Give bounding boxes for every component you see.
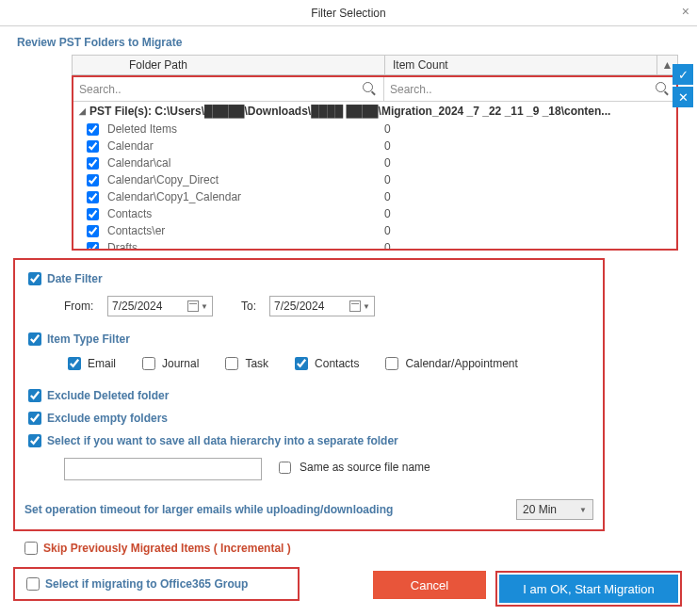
from-label: From: — [64, 300, 107, 313]
type-email[interactable]: Email — [64, 354, 116, 373]
grid-headers: Folder Path Item Count ▲ — [72, 55, 678, 75]
item-types-row: Email Journal Task Contacts Calendar/App… — [64, 354, 593, 373]
timeout-label: Set operation timeout for larger emails … — [24, 503, 393, 516]
item-type-label: Item Type Filter — [47, 332, 130, 346]
row-item-count: 0 — [381, 173, 676, 186]
hierarchy-label: Select if you want to save all data hier… — [47, 434, 398, 447]
date-filter-checkbox[interactable] — [28, 272, 41, 285]
item-type-toggle[interactable]: Item Type Filter — [24, 330, 593, 349]
row-item-count: 0 — [381, 190, 676, 203]
date-filter-toggle[interactable]: Date Filter — [24, 269, 593, 288]
type-calendar[interactable]: Calendar/Appointment — [381, 354, 517, 373]
exclude-deleted-toggle[interactable]: Exclude Deleted folder — [24, 386, 593, 405]
hierarchy-checkbox[interactable] — [28, 434, 41, 447]
close-icon[interactable]: × — [682, 4, 689, 19]
search-icon — [363, 82, 376, 95]
row-folder-path: Calendar — [107, 139, 381, 153]
row-folder-path: Deleted Items — [107, 122, 381, 136]
from-date-picker[interactable]: 7/25/2024 ▼ — [107, 296, 213, 316]
section-title: Review PST Folders to Migrate — [17, 36, 697, 49]
row-checkbox[interactable] — [87, 191, 99, 203]
table-row[interactable]: Contacts\er0 — [73, 222, 676, 239]
same-as-source-label: Same as source file name — [300, 461, 430, 474]
row-item-count: 0 — [381, 241, 676, 251]
skip-previous-toggle[interactable]: Skip Previously Migrated Items ( Increme… — [21, 539, 697, 558]
to-date-picker[interactable]: 7/25/2024 ▼ — [269, 296, 375, 316]
header-item-count[interactable]: Item Count — [385, 56, 656, 74]
type-journal-checkbox[interactable] — [142, 357, 155, 370]
type-contacts[interactable]: Contacts — [291, 354, 359, 373]
table-row[interactable]: Contacts0 — [73, 205, 676, 222]
search-placeholder-left: Search.. — [79, 83, 122, 96]
row-checkbox[interactable] — [87, 157, 99, 170]
date-filter-label: Date Filter — [47, 272, 103, 285]
to-label: To: — [241, 300, 269, 313]
skip-previous-label: Skip Previously Migrated Items ( Increme… — [43, 542, 291, 555]
calendar-icon — [187, 300, 199, 312]
button-row: Cancel I am OK, Start Migration — [373, 571, 682, 607]
filter-panel: Date Filter From: 7/25/2024 ▼ To: 7/25/2… — [13, 258, 605, 531]
table-row[interactable]: Calendar\Copy1_Calendar0 — [73, 188, 676, 205]
pst-root-row[interactable]: ◢ PST File(s): C:\Users\█████\Downloads\… — [73, 102, 676, 121]
start-migration-button[interactable]: I am OK, Start Migration — [499, 575, 678, 603]
row-checkbox[interactable] — [87, 140, 99, 153]
search-item-count[interactable]: Search.. — [384, 77, 676, 101]
grid-rows: Deleted Items0Calendar0Calendar\cal0Cale… — [73, 121, 676, 251]
row-folder-path: Calendar\Copy1_Calendar — [107, 190, 381, 203]
row-checkbox[interactable] — [87, 242, 99, 251]
header-folder-path[interactable]: Folder Path — [73, 56, 385, 74]
office365-group-checkbox[interactable] — [26, 577, 40, 591]
timeout-value: 20 Min — [523, 503, 557, 516]
type-journal-label: Journal — [162, 357, 199, 370]
chevron-down-icon: ▼ — [363, 302, 370, 311]
item-type-checkbox[interactable] — [28, 332, 41, 346]
type-calendar-checkbox[interactable] — [385, 357, 398, 370]
row-folder-path: Contacts\er — [107, 224, 381, 237]
search-icon — [656, 82, 669, 95]
chevron-down-icon: ▼ — [579, 506, 587, 514]
table-row[interactable]: Calendar\Copy_Direct0 — [73, 171, 676, 188]
type-journal[interactable]: Journal — [138, 354, 199, 373]
hierarchy-toggle[interactable]: Select if you want to save all data hier… — [24, 431, 593, 450]
collapse-icon[interactable]: ◢ — [79, 106, 86, 116]
from-date-value: 7/25/2024 — [112, 300, 162, 313]
same-as-source-toggle[interactable]: Same as source file name — [275, 459, 430, 477]
exclude-deleted-checkbox[interactable] — [28, 389, 41, 402]
row-checkbox[interactable] — [87, 208, 99, 220]
row-checkbox[interactable] — [87, 174, 99, 186]
office365-group-toggle[interactable]: Select if migrating to Office365 Group — [13, 567, 300, 601]
timeout-dropdown[interactable]: 20 Min ▼ — [516, 499, 593, 520]
table-row[interactable]: Calendar0 — [73, 138, 676, 154]
calendar-icon — [349, 300, 361, 312]
table-row[interactable]: Calendar\cal0 — [73, 154, 676, 171]
exclude-empty-label: Exclude empty folders — [47, 412, 168, 425]
row-folder-path: Drafts — [107, 241, 381, 251]
type-email-checkbox[interactable] — [68, 357, 81, 370]
title-bar: Filter Selection × — [0, 0, 697, 26]
type-task[interactable]: Task — [221, 354, 268, 373]
skip-previous-checkbox[interactable] — [24, 542, 38, 555]
type-contacts-checkbox[interactable] — [295, 357, 308, 370]
date-row: From: 7/25/2024 ▼ To: 7/25/2024 ▼ — [64, 296, 593, 316]
type-task-checkbox[interactable] — [225, 357, 238, 370]
start-button-highlight: I am OK, Start Migration — [495, 571, 682, 607]
exclude-empty-toggle[interactable]: Exclude empty folders — [24, 409, 593, 428]
table-row[interactable]: Deleted Items0 — [73, 121, 676, 138]
row-item-count: 0 — [381, 156, 676, 170]
search-row: Search.. Search.. — [73, 77, 676, 102]
row-checkbox[interactable] — [87, 123, 99, 136]
search-placeholder-right: Search.. — [390, 83, 432, 96]
same-as-source-checkbox[interactable] — [279, 462, 291, 474]
type-task-label: Task — [245, 357, 268, 370]
exclude-deleted-label: Exclude Deleted folder — [47, 389, 169, 402]
search-folder-path[interactable]: Search.. — [73, 77, 384, 101]
row-folder-path: Contacts — [107, 207, 381, 220]
cancel-button[interactable]: Cancel — [373, 571, 486, 599]
row-checkbox[interactable] — [87, 225, 99, 237]
table-row[interactable]: Drafts0 — [73, 239, 676, 251]
hierarchy-folder-input[interactable] — [64, 458, 262, 480]
chevron-down-icon: ▼ — [201, 302, 208, 311]
row-item-count: 0 — [381, 122, 676, 136]
exclude-empty-checkbox[interactable] — [28, 412, 41, 425]
row-item-count: 0 — [381, 224, 676, 237]
